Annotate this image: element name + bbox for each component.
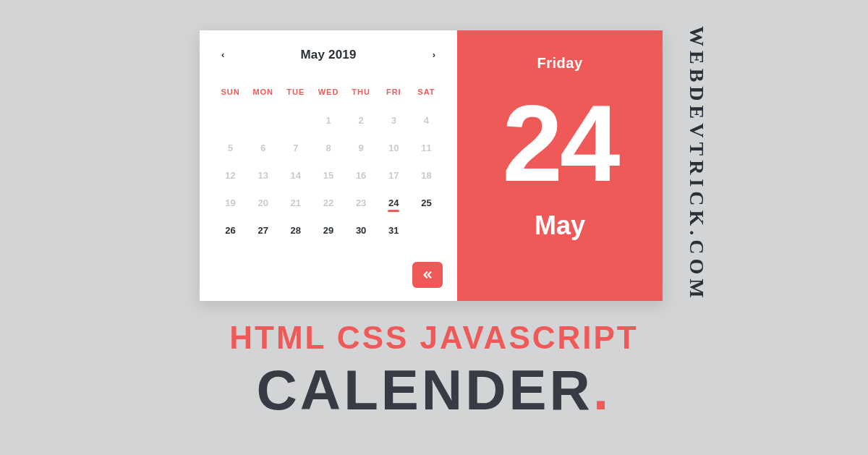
day-cell[interactable]: 19 [214,189,247,216]
day-cell [410,216,443,244]
day-cell[interactable]: 14 [279,161,312,189]
weekday-label: MON [247,88,279,96]
day-grid: 1234567891011121314151617181920212223242… [214,106,443,244]
headline: HTML CSS JAVASCRIPT CALENDER. [0,320,868,423]
weekday-label: WED [312,88,344,96]
headline-dot: . [593,358,612,422]
calendar-widget: ‹ May 2019 › SUN MON TUE WED THU FRI SAT… [200,30,663,301]
day-cell[interactable]: 31 [378,216,410,244]
day-cell[interactable]: 22 [312,189,344,216]
day-cell[interactable]: 27 [247,216,279,244]
day-cell [214,106,247,134]
prev-month-button[interactable]: ‹ [217,46,229,63]
calendar-grid-panel: ‹ May 2019 › SUN MON TUE WED THU FRI SAT… [200,30,457,301]
day-cell[interactable]: 18 [410,161,443,189]
brand-text: WEBDEVTRICK.COM [685,26,708,302]
weekday-label: SAT [410,88,443,96]
day-cell[interactable]: 5 [214,134,247,161]
day-cell[interactable]: 3 [378,106,410,134]
day-cell[interactable]: 21 [279,189,312,216]
day-cell[interactable]: 16 [345,161,378,189]
next-month-button[interactable]: › [428,46,440,63]
day-cell[interactable]: 29 [312,216,344,244]
calendar-header: ‹ May 2019 › [214,46,443,63]
selected-month: May [535,211,585,241]
selected-day-panel: Friday 24 May [457,30,663,301]
day-cell[interactable]: 24 [378,189,410,216]
day-cell[interactable]: 20 [247,189,279,216]
weekday-label: THU [345,88,378,96]
day-cell[interactable]: 6 [247,134,279,161]
collapse-button[interactable] [412,262,443,288]
weekday-label: TUE [279,88,312,96]
day-cell[interactable]: 4 [410,106,443,134]
headline-title: CALENDER. [256,357,611,423]
day-cell[interactable]: 11 [410,134,443,161]
day-cell [247,106,279,134]
selected-weekday: Friday [537,55,582,72]
double-chevron-left-icon [421,268,434,281]
weekday-label: FRI [378,88,410,96]
day-cell[interactable]: 8 [312,134,344,161]
selected-day-number: 24 [503,89,618,197]
day-cell[interactable]: 30 [345,216,378,244]
day-cell[interactable]: 2 [345,106,378,134]
day-cell[interactable]: 28 [279,216,312,244]
headline-subtitle: HTML CSS JAVASCRIPT [0,320,868,356]
day-cell[interactable]: 13 [247,161,279,189]
weekday-row: SUN MON TUE WED THU FRI SAT [214,88,443,96]
day-cell [279,106,312,134]
day-cell[interactable]: 1 [312,106,344,134]
day-cell[interactable]: 9 [345,134,378,161]
day-cell[interactable]: 12 [214,161,247,189]
calendar-title: May 2019 [300,48,356,62]
headline-title-text: CALENDER [256,358,592,422]
day-cell[interactable]: 25 [410,189,443,216]
day-cell[interactable]: 15 [312,161,344,189]
day-cell[interactable]: 17 [378,161,410,189]
day-cell[interactable]: 26 [214,216,247,244]
day-cell[interactable]: 10 [378,134,410,161]
day-cell[interactable]: 23 [345,189,378,216]
weekday-label: SUN [214,88,247,96]
day-cell[interactable]: 7 [279,134,312,161]
brand-watermark: WEBDEVTRICK.COM [683,29,710,299]
